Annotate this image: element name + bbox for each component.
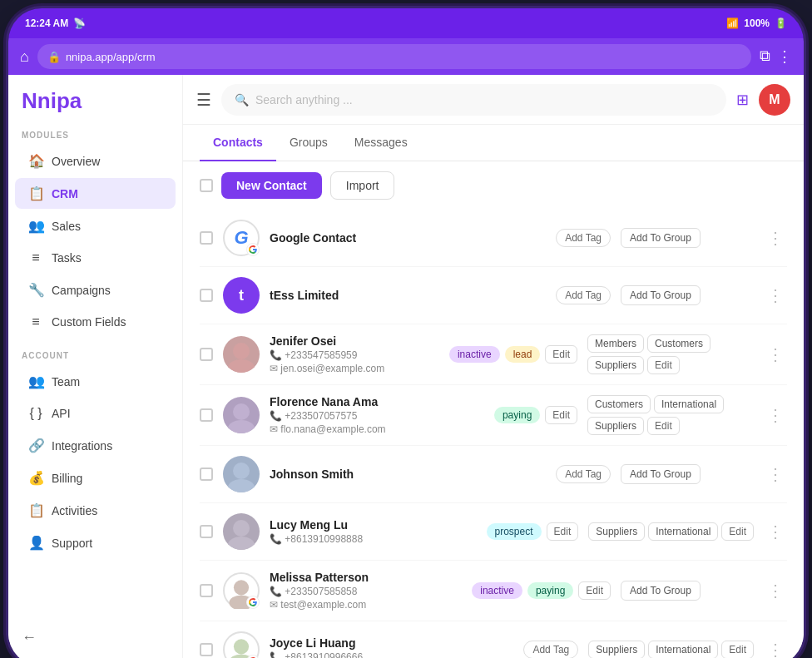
sidebar-label-sales: Sales <box>52 220 81 233</box>
add-tag-button[interactable]: Add Tag <box>556 286 611 304</box>
tab-icon[interactable]: ⧉ <box>760 47 770 66</box>
contact-phone: 📞 +233547585959 <box>270 349 439 361</box>
contact-checkbox[interactable] <box>200 525 213 538</box>
sidebar-item-crm[interactable]: 📋 CRM <box>15 178 176 209</box>
api-icon: { } <box>28 406 43 421</box>
edit-group-button[interactable]: Edit <box>647 417 680 435</box>
url-bar[interactable]: 🔒 nnipa.app/app/crm <box>37 44 751 69</box>
search-box[interactable]: 🔍 Search anything ... <box>221 84 726 116</box>
more-options-button[interactable]: ⋮ <box>764 285 787 305</box>
contact-row: Joyce Li Huang 📞 +8613910996666 Add Tag … <box>200 621 787 658</box>
sidebar-item-campaigns[interactable]: 🔧 Campaigns <box>15 275 176 305</box>
user-avatar[interactable]: M <box>759 84 790 116</box>
add-to-group-button[interactable]: Add To Group <box>621 581 701 601</box>
group-badge: International <box>648 641 718 658</box>
more-options-button[interactable]: ⋮ <box>764 405 787 425</box>
sidebar-item-custom-fields[interactable]: ≡ Custom Fields <box>15 307 176 337</box>
edit-group-button[interactable]: Edit <box>647 356 680 374</box>
contact-info: Lucy Meng Lu 📞 +8613910998888 <box>270 518 477 545</box>
sidebar-item-sales[interactable]: 👥 Sales <box>15 210 176 241</box>
menu-dots-icon[interactable]: ⋮ <box>777 47 792 66</box>
back-button[interactable]: ← <box>8 622 182 653</box>
more-options-button[interactable]: ⋮ <box>764 640 787 658</box>
contact-checkbox[interactable] <box>200 231 213 245</box>
filter-icon[interactable]: ⊞ <box>736 91 749 109</box>
sidebar-label-tasks: Tasks <box>52 251 82 265</box>
tab-messages[interactable]: Messages <box>341 125 421 161</box>
sidebar-item-activities[interactable]: 📋 Activities <box>15 495 176 526</box>
sidebar-item-integrations[interactable]: 🔗 Integrations <box>15 430 176 461</box>
add-tag-button[interactable]: Add Tag <box>556 229 611 247</box>
home-icon[interactable]: ⌂ <box>20 48 29 66</box>
contact-phone: 📞 +8613910996666 <box>270 651 513 658</box>
more-options-button[interactable]: ⋮ <box>764 464 787 484</box>
new-contact-button[interactable]: New Contact <box>221 172 322 199</box>
contact-name: Johnson Smith <box>270 468 546 481</box>
more-options-button[interactable]: ⋮ <box>764 228 787 248</box>
groups-col: Add To Group <box>621 285 754 305</box>
add-tag-button[interactable]: Add Tag <box>556 465 611 483</box>
more-options-button[interactable]: ⋮ <box>764 344 787 364</box>
contact-row: Lucy Meng Lu 📞 +8613910998888 prospect E… <box>200 503 787 561</box>
contact-checkbox[interactable] <box>200 289 213 302</box>
tab-groups[interactable]: Groups <box>276 125 341 161</box>
contact-checkbox[interactable] <box>200 348 213 361</box>
edit-tag-button[interactable]: Edit <box>547 522 579 541</box>
sidebar-item-tasks[interactable]: ≡ Tasks <box>15 243 176 273</box>
avatar <box>223 336 260 373</box>
contact-info: Melissa Patterson 📞 +233507585858 ✉ test… <box>270 571 462 611</box>
modules-section-label: MODULES <box>8 131 182 145</box>
edit-tag-button[interactable]: Edit <box>545 406 577 424</box>
hamburger-icon[interactable]: ☰ <box>196 90 211 110</box>
more-options-button[interactable]: ⋮ <box>764 522 787 542</box>
contact-email: ✉ flo.nana@example.com <box>270 423 484 435</box>
contact-name: Google Contact <box>270 231 546 245</box>
battery-level: 100% <box>744 17 770 29</box>
edit-tag-button[interactable]: Edit <box>578 581 611 600</box>
edit-group-button[interactable]: Edit <box>721 522 754 541</box>
svg-point-1 <box>228 359 255 373</box>
contact-tags: paying Edit <box>494 406 577 424</box>
groups-col: Add To Group <box>621 581 754 601</box>
edit-tag-button[interactable]: Edit <box>545 345 577 364</box>
overview-icon: 🏠 <box>28 153 43 169</box>
contact-name: Florence Nana Ama <box>270 395 484 408</box>
sidebar-item-overview[interactable]: 🏠 Overview <box>15 146 176 176</box>
contact-info: Florence Nana Ama 📞 +233507057575 ✉ flo.… <box>270 395 484 435</box>
select-all-checkbox[interactable] <box>200 179 213 192</box>
edit-group-button[interactable]: Edit <box>721 641 754 658</box>
add-to-group-button[interactable]: Add To Group <box>621 228 701 248</box>
groups-col: Add To Group <box>621 464 754 484</box>
contact-phone: 📞 +8613910998888 <box>270 533 477 545</box>
integrations-icon: 🔗 <box>28 438 43 453</box>
google-badge <box>246 596 260 609</box>
google-badge <box>246 243 260 256</box>
tag-paying: paying <box>494 407 540 423</box>
contact-info: tEss Limited <box>270 289 546 302</box>
contact-checkbox[interactable] <box>200 584 213 597</box>
add-to-group-button[interactable]: Add To Group <box>621 285 701 305</box>
add-to-group-button[interactable]: Add To Group <box>621 464 701 484</box>
signal-icon: 📶 <box>726 17 739 29</box>
logo: Nnipa <box>8 88 182 131</box>
sidebar-label-custom-fields: Custom Fields <box>52 315 126 329</box>
support-icon: 👤 <box>28 535 43 551</box>
contact-checkbox[interactable] <box>200 643 213 656</box>
group-badge: Customers <box>647 334 710 353</box>
contact-info: Google Contact <box>270 231 546 245</box>
tab-contacts[interactable]: Contacts <box>200 125 276 161</box>
contact-checkbox[interactable] <box>200 468 213 481</box>
sidebar-item-support[interactable]: 👤 Support <box>15 527 176 558</box>
sidebar-label-campaigns: Campaigns <box>52 284 111 297</box>
sidebar-item-billing[interactable]: 💰 Billing <box>15 463 176 493</box>
more-options-button[interactable]: ⋮ <box>764 581 787 601</box>
contact-checkbox[interactable] <box>200 408 213 422</box>
sidebar-label-integrations: Integrations <box>52 439 112 453</box>
sidebar-label-team: Team <box>52 375 80 388</box>
add-tag-button[interactable]: Add Tag <box>523 641 578 658</box>
battery-icon: 🔋 <box>775 17 787 29</box>
sidebar-item-api[interactable]: { } API <box>15 398 176 428</box>
import-button[interactable]: Import <box>330 171 395 200</box>
sidebar-item-team[interactable]: 👥 Team <box>15 366 176 397</box>
contact-tags: Add Tag <box>556 229 611 247</box>
